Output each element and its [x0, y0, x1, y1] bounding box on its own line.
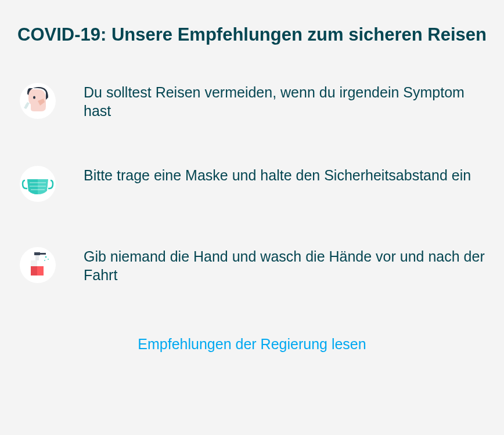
recommendation-item: Du solltest Reisen vermeiden, wenn du ir… [17, 83, 487, 121]
svg-rect-4 [34, 252, 40, 255]
svg-point-8 [44, 260, 45, 261]
svg-rect-9 [35, 255, 39, 260]
svg-point-0 [33, 96, 35, 99]
mask-icon [20, 166, 56, 202]
svg-point-6 [45, 256, 47, 258]
sick-person-icon [20, 83, 56, 119]
page-title: COVID-19: Unsere Empfehlungen zum sicher… [17, 22, 487, 48]
recommendation-text: Du solltest Reisen vermeiden, wenn du ir… [84, 83, 487, 121]
government-recommendations-link[interactable]: Empfehlungen der Regierung lesen [138, 336, 366, 352]
svg-rect-12 [31, 276, 44, 278]
recommendation-item: Gib niemand die Hand und wasch die Hände… [17, 247, 487, 285]
svg-rect-14 [31, 266, 37, 276]
link-container: Empfehlungen der Regierung lesen [17, 336, 487, 353]
svg-rect-5 [40, 253, 46, 255]
svg-point-7 [48, 259, 49, 260]
svg-rect-13 [31, 260, 37, 266]
recommendation-text: Gib niemand die Hand und wasch die Hände… [84, 247, 487, 285]
recommendation-item: Bitte trage eine Maske und halte den Sic… [17, 166, 487, 202]
recommendation-text: Bitte trage eine Maske und halte den Sic… [84, 166, 471, 185]
wash-hands-icon [20, 247, 56, 283]
recommendations-list: Du solltest Reisen vermeiden, wenn du ir… [17, 83, 487, 285]
